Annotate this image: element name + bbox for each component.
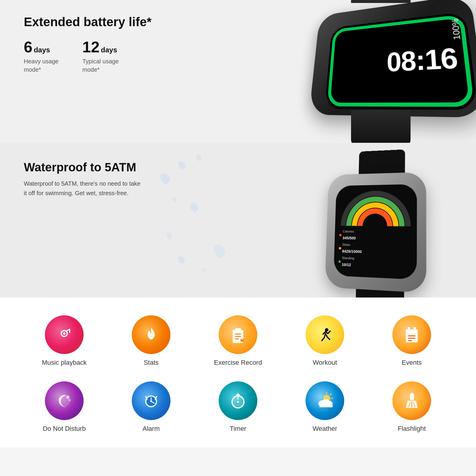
events-icon-circle (392, 315, 431, 354)
timer-label: Timer (230, 425, 246, 433)
steps-value: 8426/10000 (342, 248, 362, 255)
events-icon (402, 325, 422, 345)
battery-stat-heavy-number: 6 days (24, 38, 59, 56)
exercise-record-icon-circle (219, 315, 257, 354)
waterproof-description: Waterproof to 5ATM, there's no need to t… (24, 179, 143, 198)
weather-icon-circle (306, 381, 344, 420)
icon-item-flashlight: Flashlight (371, 381, 452, 433)
exercise-record-icon (228, 325, 248, 345)
stats-label: Stats (144, 359, 159, 367)
battery-stat-heavy: 6 days Heavy usagemode* (24, 38, 59, 74)
svg-point-9 (240, 338, 244, 342)
steps-label: Steps (342, 242, 362, 248)
alarm-label: Alarm (143, 425, 159, 433)
svg-line-35 (330, 394, 331, 395)
icon-item-exercise-record: Exercise Record (198, 315, 278, 367)
svg-rect-40 (320, 404, 333, 407)
activity-arc (341, 190, 411, 226)
waterproof-watch-image: Calories 345/500 Steps 8426/10000 (303, 149, 458, 292)
music-playback-label: Music playback (42, 359, 87, 367)
events-label: Events (402, 359, 422, 367)
droplet-8 (177, 255, 186, 264)
battery-section: Extended battery life* 6 days Heavy usag… (0, 0, 476, 143)
flashlight-icon-circle (392, 381, 431, 420)
svg-point-20 (68, 399, 71, 401)
icons-grid: Music playback Stats (24, 315, 452, 433)
do-not-disturb-icon-circle (45, 381, 84, 420)
svg-point-13 (408, 327, 410, 329)
svg-rect-5 (235, 328, 241, 332)
music-playback-icon (55, 325, 74, 345)
droplet-2 (195, 154, 202, 161)
icon-item-weather: Weather (284, 381, 365, 433)
icon-item-events: Events (371, 315, 452, 367)
battery-watch-image: 08:16 100% (286, 0, 476, 143)
icon-item-music-playback: Music playback (24, 315, 105, 367)
calories-value: 345/500 (342, 234, 356, 242)
standing-label: Standing (342, 255, 354, 262)
icon-item-stats: Stats (111, 315, 192, 367)
svg-rect-12 (406, 329, 418, 333)
battery-stat-typical-number: 12 days (82, 38, 119, 56)
watch-time-display: 08:16 (387, 42, 459, 78)
timer-icon (228, 391, 248, 411)
svg-rect-32 (237, 393, 239, 395)
workout-icon (315, 325, 335, 345)
droplet-9 (201, 267, 207, 273)
icon-item-timer: Timer (198, 381, 278, 433)
exercise-record-label: Exercise Record (214, 359, 262, 367)
icon-item-alarm: Alarm (111, 381, 192, 433)
calories-label: Calories (343, 229, 356, 235)
stats-icon-circle (132, 315, 170, 354)
svg-point-1 (63, 332, 65, 335)
droplet-6 (165, 231, 173, 239)
waterproof-section: Waterproof to 5ATM Waterproof to 5ATM, t… (0, 143, 476, 298)
app-icons-section: Music playback Stats (0, 298, 476, 447)
icon-item-do-not-disturb: Do Not Disturb (24, 381, 105, 433)
svg-point-30 (237, 401, 239, 403)
workout-icon-circle (306, 315, 344, 354)
flashlight-icon (402, 391, 422, 411)
flashlight-label: Flashlight (398, 425, 426, 433)
svg-rect-45 (411, 393, 414, 395)
svg-rect-41 (410, 394, 414, 400)
droplet-7 (211, 242, 228, 259)
do-not-disturb-label: Do Not Disturb (43, 425, 86, 433)
workout-label: Workout (313, 359, 337, 367)
svg-point-14 (414, 327, 416, 329)
music-playback-icon-circle (45, 315, 84, 354)
battery-stat-typical: 12 days Typical usagemode* (82, 38, 119, 74)
weather-icon (315, 391, 335, 411)
alarm-icon-circle (132, 381, 170, 420)
icon-item-workout: Workout (284, 315, 365, 367)
droplet-4 (171, 196, 178, 203)
battery-stat-typical-label: Typical usagemode* (82, 57, 119, 74)
battery-stat-heavy-label: Heavy usagemode* (24, 57, 59, 74)
alarm-icon (142, 391, 161, 411)
svg-point-19 (66, 395, 70, 399)
weather-label: Weather (313, 425, 337, 433)
stats-icon (142, 325, 161, 345)
svg-point-25 (150, 400, 152, 402)
watch-stats-list: Calories 345/500 Steps 8426/10000 (338, 229, 412, 271)
timer-icon-circle (219, 381, 257, 420)
do-not-disturb-icon (55, 391, 74, 411)
droplet-5 (188, 201, 200, 213)
standing-value: 10/12 (342, 261, 354, 269)
